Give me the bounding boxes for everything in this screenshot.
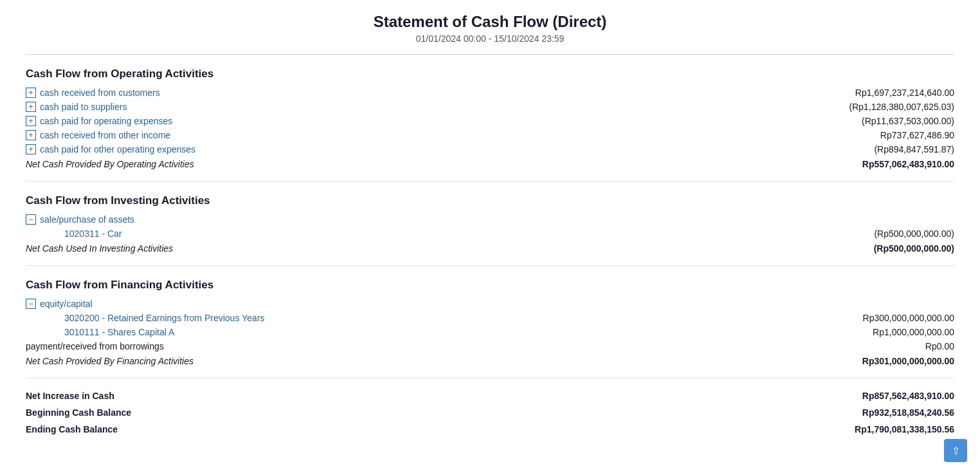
link-shares[interactable]: 3010111 - Shares Capital A [64, 327, 174, 337]
toggle-other-opex[interactable]: + [26, 144, 36, 154]
line-item-equity: − equity/capital [26, 297, 954, 311]
line-item-other-opex: + cash paid for other operating expenses… [26, 142, 954, 156]
amount-other-income: Rp737,627,486.90 [880, 130, 954, 140]
toggle-equity[interactable]: − [26, 299, 36, 309]
separator-3 [26, 378, 954, 378]
line-item-opex: + cash paid for operating expenses (Rp11… [26, 114, 954, 128]
line-item-car: 1020311 - Car (Rp500,000,000.00) [26, 227, 954, 241]
line-item-other-income: + cash received from other income Rp737,… [26, 128, 954, 142]
amount-other-opex: (Rp894,847,591.87) [874, 144, 954, 154]
net-investing-line: Net Cash Used In Investing Activities (R… [26, 241, 954, 256]
amount-borrowings: Rp0.00 [925, 341, 954, 351]
link-car[interactable]: 1020311 - Car [64, 228, 122, 239]
net-operating-amount: Rp557,062,483,910.00 [862, 159, 954, 169]
toggle-opex[interactable]: + [26, 116, 36, 126]
beginning-balance-label: Beginning Cash Balance [26, 407, 131, 418]
page: Statement of Cash Flow (Direct) 01/01/20… [0, 0, 980, 475]
net-operating-line: Net Cash Provided By Operating Activitie… [26, 156, 954, 172]
summary-section: Net Increase in Cash Rp857,562,483,910.0… [26, 387, 954, 438]
net-increase-line: Net Increase in Cash Rp857,562,483,910.0… [26, 387, 954, 404]
net-financing-label: Net Cash Provided By Financing Activitie… [26, 356, 194, 366]
net-financing-amount: Rp301,000,000,000.00 [862, 356, 954, 366]
ending-balance-amount: Rp1,790,081,338,150.56 [855, 424, 954, 434]
operating-section: Cash Flow from Operating Activities + ca… [26, 68, 954, 172]
date-range: 01/01/2024 00:00 - 15/10/2024 23:59 [26, 33, 954, 44]
link-other-opex[interactable]: cash paid for other operating expenses [40, 144, 195, 154]
report-header: Statement of Cash Flow (Direct) 01/01/20… [26, 13, 954, 55]
line-item-borrowings: payment/received from borrowings Rp0.00 [26, 339, 954, 353]
separator-1 [26, 181, 954, 182]
investing-section-title: Cash Flow from Investing Activities [26, 194, 954, 207]
link-retained[interactable]: 3020200 - Retained Earnings from Previou… [64, 313, 264, 323]
net-investing-amount: (Rp500,000,000.00) [874, 243, 954, 254]
line-item-retained: 3020200 - Retained Earnings from Previou… [26, 311, 954, 325]
link-other-income[interactable]: cash received from other income [40, 130, 170, 140]
amount-shares: Rp1,000,000,000.00 [873, 327, 954, 337]
net-financing-line: Net Cash Provided By Financing Activitie… [26, 353, 954, 369]
net-increase-label: Net Increase in Cash [26, 391, 114, 401]
line-item-shares: 3010111 - Shares Capital A Rp1,000,000,0… [26, 325, 954, 339]
borrowings-label: payment/received from borrowings [26, 341, 164, 351]
ending-balance-label: Ending Cash Balance [26, 424, 118, 434]
scroll-top-button[interactable]: ⇧ [944, 439, 967, 462]
line-item-suppliers: + cash paid to suppliers (Rp1,128,380,00… [26, 100, 954, 114]
amount-customers: Rp1,697,237,214,640.00 [855, 88, 954, 98]
beginning-balance-amount: Rp932,518,854,240.56 [862, 407, 954, 418]
amount-car: (Rp500,000,000.00) [874, 228, 954, 239]
amount-retained: Rp300,000,000,000.00 [863, 313, 954, 323]
amount-opex: (Rp11,637,503,000.00) [862, 116, 954, 126]
investing-section: Cash Flow from Investing Activities − sa… [26, 194, 954, 256]
report-title: Statement of Cash Flow (Direct) [26, 13, 954, 31]
toggle-assets[interactable]: − [26, 214, 36, 225]
toggle-customers[interactable]: + [26, 88, 36, 98]
separator-2 [26, 265, 954, 266]
ending-balance-line: Ending Cash Balance Rp1,790,081,338,150.… [26, 421, 954, 438]
net-investing-label: Net Cash Used In Investing Activities [26, 243, 173, 254]
beginning-balance-line: Beginning Cash Balance Rp932,518,854,240… [26, 404, 954, 421]
net-operating-label: Net Cash Provided By Operating Activitie… [26, 159, 194, 169]
line-item-assets: − sale/purchase of assets [26, 212, 954, 227]
link-assets[interactable]: sale/purchase of assets [40, 214, 134, 225]
link-equity[interactable]: equity/capital [40, 299, 93, 309]
toggle-other-income[interactable]: + [26, 130, 36, 140]
link-opex[interactable]: cash paid for operating expenses [40, 116, 172, 126]
financing-section: Cash Flow from Financing Activities − eq… [26, 279, 954, 369]
link-customers[interactable]: cash received from customers [40, 88, 160, 98]
toggle-suppliers[interactable]: + [26, 102, 36, 112]
amount-suppliers: (Rp1,128,380,007,625.03) [849, 102, 954, 112]
link-suppliers[interactable]: cash paid to suppliers [40, 102, 127, 112]
line-item-customers: + cash received from customers Rp1,697,2… [26, 86, 954, 100]
financing-section-title: Cash Flow from Financing Activities [26, 279, 954, 292]
net-increase-amount: Rp857,562,483,910.00 [862, 391, 954, 401]
operating-section-title: Cash Flow from Operating Activities [26, 68, 954, 80]
